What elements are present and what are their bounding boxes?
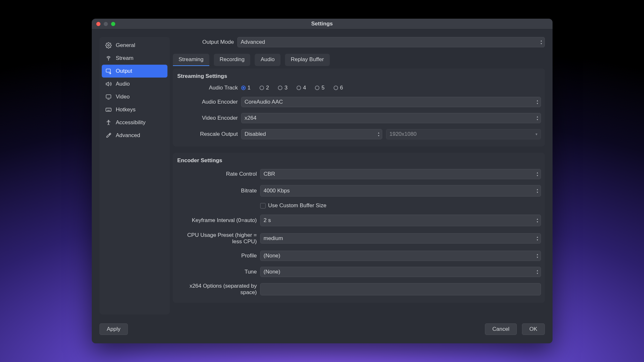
sidebar-item-label: Stream bbox=[116, 55, 134, 61]
sidebar-item-hotkeys[interactable]: Hotkeys bbox=[102, 103, 167, 116]
audio-track-1[interactable]: 1 bbox=[241, 85, 251, 91]
audio-track-4[interactable]: 4 bbox=[297, 85, 306, 91]
sidebar-item-label: General bbox=[116, 42, 135, 49]
encoder-settings-panel: Encoder Settings Rate Control CBR Bitrat… bbox=[173, 153, 545, 303]
tune-select[interactable]: (None) bbox=[260, 267, 541, 277]
rate-control-label: Rate Control bbox=[177, 171, 260, 177]
sidebar-item-general[interactable]: General bbox=[102, 39, 167, 52]
select-arrows-icon bbox=[536, 234, 539, 243]
output-mode-select[interactable]: Advanced bbox=[237, 37, 545, 47]
cpu-preset-label: CPU Usage Preset (higher = less CPU) bbox=[177, 232, 260, 245]
broadcast-icon bbox=[105, 55, 112, 62]
svg-rect-5 bbox=[106, 95, 111, 98]
output-mode-value: Advanced bbox=[241, 39, 265, 45]
tab-recording[interactable]: Recording bbox=[214, 54, 251, 66]
radio-icon bbox=[334, 86, 338, 90]
gear-icon bbox=[105, 42, 112, 49]
select-arrows-icon bbox=[536, 97, 539, 107]
audio-track-5[interactable]: 5 bbox=[315, 85, 324, 91]
audio-track-3[interactable]: 3 bbox=[278, 85, 287, 91]
radio-icon bbox=[297, 86, 301, 90]
profile-label: Profile bbox=[177, 253, 260, 259]
sidebar-item-label: Output bbox=[116, 68, 132, 74]
keyboard-icon bbox=[105, 106, 112, 113]
output-icon bbox=[105, 68, 112, 75]
x264-options-input[interactable] bbox=[260, 283, 541, 295]
svg-point-1 bbox=[108, 58, 109, 59]
accessibility-icon bbox=[105, 119, 112, 126]
sidebar-item-advanced[interactable]: Advanced bbox=[102, 129, 167, 142]
speaker-icon bbox=[105, 80, 112, 88]
spinner-arrows-icon bbox=[536, 215, 539, 226]
svg-point-0 bbox=[108, 45, 109, 46]
select-arrows-icon bbox=[536, 251, 539, 261]
ok-button[interactable]: OK bbox=[522, 323, 545, 335]
streaming-settings-panel: Streaming Settings Audio Track 1 2 3 4 5… bbox=[173, 69, 545, 146]
bitrate-label: Bitrate bbox=[177, 188, 260, 194]
sidebar-item-stream[interactable]: Stream bbox=[102, 52, 167, 65]
radio-icon bbox=[315, 86, 319, 90]
bitrate-spinner[interactable]: 4000 Kbps bbox=[260, 185, 541, 197]
custom-buffer-checkbox[interactable]: Use Custom Buffer Size bbox=[260, 202, 327, 209]
svg-rect-3 bbox=[106, 69, 110, 72]
x264-options-label: x264 Options (separated by space) bbox=[177, 283, 260, 296]
keyframe-spinner[interactable]: 2 s bbox=[260, 215, 541, 226]
sidebar-item-output[interactable]: Output bbox=[102, 65, 167, 78]
radio-icon bbox=[241, 86, 246, 90]
cpu-preset-select[interactable]: medium bbox=[260, 233, 541, 244]
video-encoder-label: Video Encoder bbox=[177, 115, 241, 121]
spinner-arrows-icon bbox=[536, 185, 539, 196]
titlebar: Settings bbox=[92, 19, 553, 29]
audio-track-radiogroup: 1 2 3 4 5 6 bbox=[241, 85, 343, 91]
rescale-resolution-select[interactable]: 1920x1080 ▾ bbox=[386, 129, 541, 139]
keyframe-label: Keyframe Interval (0=auto) bbox=[177, 217, 260, 224]
apply-button[interactable]: Apply bbox=[99, 323, 128, 335]
audio-track-label: Audio Track bbox=[177, 85, 241, 91]
profile-select[interactable]: (None) bbox=[260, 251, 541, 261]
video-encoder-select[interactable]: x264 bbox=[241, 113, 541, 123]
tab-audio[interactable]: Audio bbox=[255, 54, 280, 66]
tools-icon bbox=[105, 132, 112, 139]
sidebar-item-label: Video bbox=[116, 94, 130, 100]
select-arrows-icon bbox=[378, 129, 380, 139]
select-arrows-icon bbox=[536, 267, 539, 277]
rate-control-select[interactable]: CBR bbox=[260, 169, 541, 179]
audio-encoder-select[interactable]: CoreAudio AAC bbox=[241, 97, 541, 107]
rescale-output-label: Rescale Output bbox=[177, 131, 241, 137]
sidebar-item-label: Audio bbox=[116, 81, 130, 87]
monitor-icon bbox=[105, 93, 112, 100]
sidebar: General Stream Output Audio bbox=[99, 37, 170, 314]
sidebar-item-video[interactable]: Video bbox=[102, 90, 167, 103]
sidebar-item-accessibility[interactable]: Accessibility bbox=[102, 116, 167, 129]
rescale-output-select[interactable]: Disabled bbox=[241, 129, 382, 139]
audio-track-2[interactable]: 2 bbox=[260, 85, 269, 91]
window-title: Settings bbox=[92, 21, 553, 27]
checkbox-icon bbox=[260, 203, 266, 209]
svg-rect-7 bbox=[106, 108, 111, 111]
select-arrows-icon bbox=[536, 169, 539, 179]
radio-icon bbox=[278, 86, 282, 90]
sidebar-item-label: Accessibility bbox=[116, 119, 146, 126]
cancel-button[interactable]: Cancel bbox=[485, 323, 517, 335]
select-arrows-icon bbox=[536, 113, 539, 123]
tab-replay-buffer[interactable]: Replay Buffer bbox=[285, 54, 330, 66]
settings-window: Settings General Stream Output bbox=[92, 19, 553, 343]
sidebar-item-label: Advanced bbox=[116, 132, 140, 139]
streaming-settings-title: Streaming Settings bbox=[177, 73, 541, 79]
tab-streaming[interactable]: Streaming bbox=[173, 54, 209, 66]
audio-encoder-label: Audio Encoder bbox=[177, 99, 241, 105]
audio-track-6[interactable]: 6 bbox=[334, 85, 343, 91]
svg-marker-4 bbox=[106, 82, 109, 86]
svg-point-13 bbox=[108, 120, 109, 121]
output-mode-label: Output Mode bbox=[173, 39, 237, 45]
select-arrows-icon bbox=[540, 37, 543, 47]
sidebar-item-audio[interactable]: Audio bbox=[102, 78, 167, 90]
radio-icon bbox=[260, 86, 264, 90]
sidebar-item-label: Hotkeys bbox=[116, 107, 136, 113]
tune-label: Tune bbox=[177, 269, 260, 275]
encoder-settings-title: Encoder Settings bbox=[177, 157, 541, 164]
chevron-down-icon: ▾ bbox=[535, 132, 537, 136]
